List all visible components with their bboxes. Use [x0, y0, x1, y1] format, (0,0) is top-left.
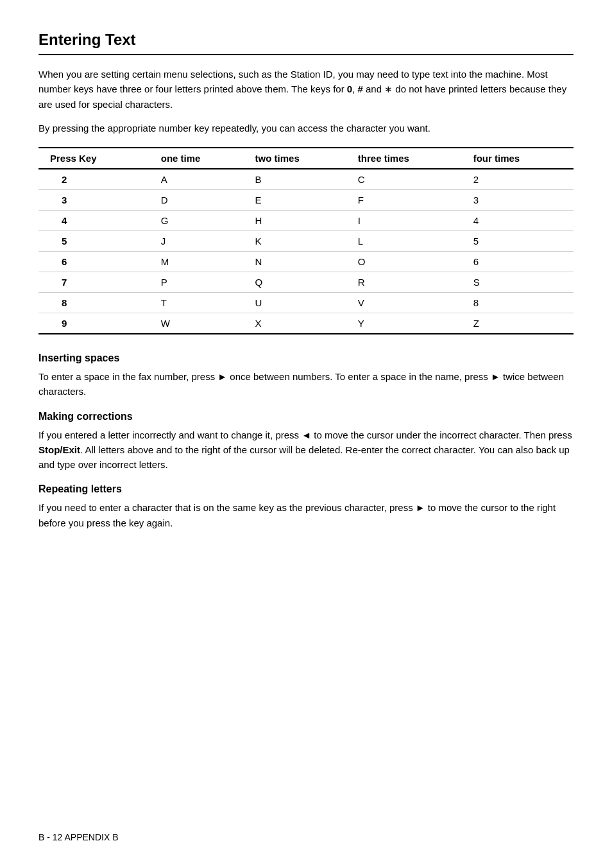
table-cell-r2-c4: 4: [467, 211, 574, 231]
making-corrections-section: Making corrections If you entered a lett…: [38, 411, 574, 473]
table-cell-r0-c1: A: [155, 169, 249, 190]
inserting-spaces-text: To enter a space in the fax number, pres…: [38, 369, 574, 399]
making-corrections-heading: Making corrections: [38, 411, 574, 422]
table-row: 8TUV8: [38, 293, 574, 313]
table-cell-r7-c2: X: [249, 313, 352, 334]
table-cell-r2-c2: H: [249, 211, 352, 231]
making-corrections-text: If you entered a letter incorrectly and …: [38, 428, 574, 473]
table-cell-r0-c0: 2: [38, 169, 155, 190]
table-row: 2ABC2: [38, 169, 574, 190]
table-row: 6MNO6: [38, 252, 574, 272]
table-cell-r7-c4: Z: [467, 313, 574, 334]
table-row: 7PQRS: [38, 272, 574, 293]
table-cell-r5-c3: R: [352, 272, 467, 293]
table-cell-r2-c0: 4: [38, 211, 155, 231]
table-cell-r4-c3: O: [352, 252, 467, 272]
table-cell-r6-c1: T: [155, 293, 249, 313]
repeating-letters-text: If you need to enter a character that is…: [38, 500, 574, 530]
page-title: Entering Text: [38, 31, 574, 49]
table-cell-r7-c3: Y: [352, 313, 467, 334]
table-cell-r2-c1: G: [155, 211, 249, 231]
table-cell-r3-c2: K: [249, 231, 352, 252]
table-cell-r6-c2: U: [249, 293, 352, 313]
table-cell-r2-c3: I: [352, 211, 467, 231]
table-cell-r5-c1: P: [155, 272, 249, 293]
table-cell-r6-c0: 8: [38, 293, 155, 313]
intro-paragraph-2: By pressing the appropriate number key r…: [38, 121, 574, 135]
table-cell-r3-c4: 5: [467, 231, 574, 252]
table-cell-r7-c0: 9: [38, 313, 155, 334]
inserting-spaces-section: Inserting spaces To enter a space in the…: [38, 352, 574, 399]
table-cell-r0-c4: 2: [467, 169, 574, 190]
col-header-two-times: two times: [249, 148, 352, 169]
table-cell-r0-c2: B: [249, 169, 352, 190]
table-row: 5JKL5: [38, 231, 574, 252]
table-cell-r5-c0: 7: [38, 272, 155, 293]
table-cell-r5-c4: S: [467, 272, 574, 293]
table-cell-r4-c1: M: [155, 252, 249, 272]
table-cell-r4-c4: 6: [467, 252, 574, 272]
table-cell-r5-c2: Q: [249, 272, 352, 293]
title-rule: [38, 54, 574, 55]
table-cell-r1-c2: E: [249, 190, 352, 211]
table-cell-r1-c4: 3: [467, 190, 574, 211]
table-cell-r7-c1: W: [155, 313, 249, 334]
table-cell-r3-c1: J: [155, 231, 249, 252]
col-header-press-key: Press Key: [38, 148, 155, 169]
intro-paragraph-1: When you are setting certain menu select…: [38, 67, 574, 112]
table-cell-r6-c4: 8: [467, 293, 574, 313]
table-row: 4GHI4: [38, 211, 574, 231]
table-cell-r0-c3: C: [352, 169, 467, 190]
table-cell-r4-c2: N: [249, 252, 352, 272]
table-cell-r3-c0: 5: [38, 231, 155, 252]
repeating-letters-heading: Repeating letters: [38, 483, 574, 495]
page-footer: B - 12 APPENDIX B: [38, 832, 119, 842]
col-header-one-time: one time: [155, 148, 249, 169]
inserting-spaces-heading: Inserting spaces: [38, 352, 574, 364]
table-cell-r1-c3: F: [352, 190, 467, 211]
key-reference-table: Press Key one time two times three times…: [38, 147, 574, 334]
table-cell-r4-c0: 6: [38, 252, 155, 272]
table-cell-r3-c3: L: [352, 231, 467, 252]
table-cell-r6-c3: V: [352, 293, 467, 313]
table-row: 3DEF3: [38, 190, 574, 211]
repeating-letters-section: Repeating letters If you need to enter a…: [38, 483, 574, 530]
table-cell-r1-c0: 3: [38, 190, 155, 211]
col-header-three-times: three times: [352, 148, 467, 169]
table-cell-r1-c1: D: [155, 190, 249, 211]
table-row: 9WXYZ: [38, 313, 574, 334]
col-header-four-times: four times: [467, 148, 574, 169]
